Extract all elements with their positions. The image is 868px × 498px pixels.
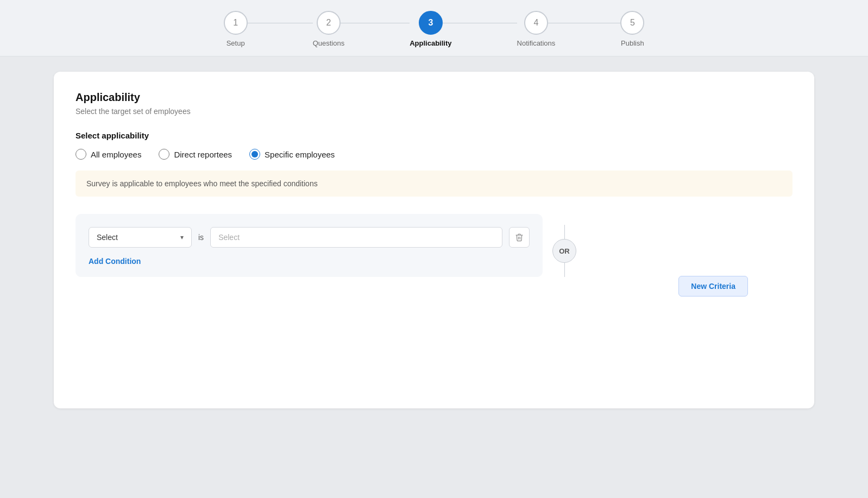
step-3-label: Applicability: [410, 39, 451, 47]
page-title: Applicability: [76, 91, 792, 104]
radio-specific-employees-label: Specific employees: [265, 150, 335, 159]
or-line-top: [564, 225, 565, 239]
delete-condition-button[interactable]: [509, 227, 530, 248]
add-condition-button[interactable]: Add Condition: [89, 257, 141, 266]
step-3-circle: 3: [419, 11, 443, 35]
stepper: 1 Setup 2 Questions 3 Applicability 4 No…: [224, 11, 645, 47]
info-banner: Survey is applicable to employees who me…: [76, 171, 792, 197]
step-5-circle: 5: [620, 11, 644, 35]
radio-all-employees-input[interactable]: [76, 149, 86, 160]
or-connector-section: OR: [543, 214, 586, 277]
step-1-label: Setup: [227, 39, 245, 47]
trash-icon: [515, 233, 524, 242]
step-5-label: Publish: [621, 39, 644, 47]
radio-direct-reportees[interactable]: Direct reportees: [159, 149, 232, 160]
step-2-label: Questions: [313, 39, 345, 47]
radio-specific-employees-input[interactable]: [249, 149, 260, 160]
step-4[interactable]: 4 Notifications: [517, 11, 556, 47]
radio-group: All employees Direct reportees Specific …: [76, 149, 792, 160]
stepper-bar: 1 Setup 2 Questions 3 Applicability 4 No…: [0, 0, 868, 56]
step-4-circle: 4: [524, 11, 548, 35]
condition-field-select[interactable]: Select ▾: [89, 227, 192, 248]
new-criteria-button[interactable]: New Criteria: [678, 276, 748, 297]
page-subtitle: Select the target set of employees: [76, 107, 792, 116]
condition-value-select[interactable]: Select: [210, 227, 502, 248]
step-1-circle: 1: [224, 11, 248, 35]
radio-direct-reportees-label: Direct reportees: [174, 150, 232, 159]
or-line-bottom: [564, 263, 565, 277]
radio-all-employees[interactable]: All employees: [76, 149, 141, 160]
criteria-block: Select ▾ is Select: [76, 214, 543, 277]
chevron-down-icon: ▾: [180, 234, 184, 241]
or-circle: OR: [552, 239, 576, 263]
radio-direct-reportees-input[interactable]: [159, 149, 169, 160]
radio-all-employees-label: All employees: [91, 150, 141, 159]
criteria-or-section: Select ▾ is Select: [76, 214, 792, 277]
new-criteria-row: New Criteria: [76, 276, 792, 297]
main-content: Applicability Select the target set of e…: [54, 72, 814, 408]
is-label: is: [198, 233, 204, 242]
step-2[interactable]: 2 Questions: [313, 11, 345, 47]
step-3[interactable]: 3 Applicability: [410, 11, 451, 47]
step-4-label: Notifications: [517, 39, 556, 47]
condition-row: Select ▾ is Select: [89, 227, 530, 248]
applicability-card: Applicability Select the target set of e…: [54, 72, 814, 408]
step-2-circle: 2: [317, 11, 341, 35]
applicability-section-label: Select applicability: [76, 131, 792, 140]
step-5[interactable]: 5 Publish: [620, 11, 644, 47]
step-1[interactable]: 1 Setup: [224, 11, 248, 47]
radio-specific-employees[interactable]: Specific employees: [249, 149, 335, 160]
